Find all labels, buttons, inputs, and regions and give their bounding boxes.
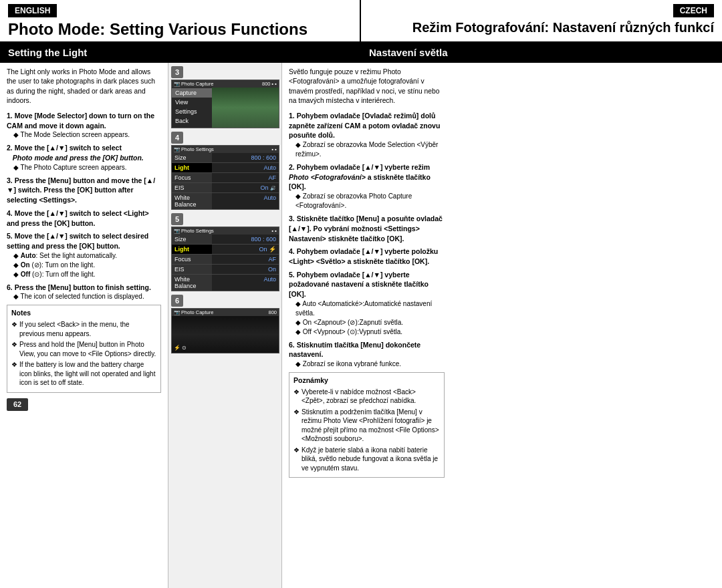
note-2-right: ❖ Stisknutím a podržením tlačítka [Menu]… <box>293 408 440 444</box>
note-1-left: ❖ If you select <Back> in the menu, the … <box>11 320 156 338</box>
step-3-left: 3. Press the [Menu] button and move the … <box>7 176 161 205</box>
camera-screen-6: 6 📷 Photo Capture800 ⚡ ⊙ <box>171 295 279 353</box>
notes-title-right: Poznámky <box>293 376 440 386</box>
note-2-left: ❖ Press and hold the [Menu] button in Ph… <box>11 340 156 358</box>
section-title-left: Setting the Light <box>0 43 361 61</box>
step-6-right: 6. Stisknutím tlačítka [Menu] dokončete … <box>289 340 445 369</box>
step-3-right: 3. Stiskněte tlačítko [Menu] a posuňte o… <box>289 214 445 243</box>
lang-badge-left: ENGLISH <box>8 4 57 17</box>
camera-screen-3: 3 📷 Photo Capture800 ▪ ▪ Capture View Se… <box>171 66 279 128</box>
intro-right: Světlo funguje pouze v režimu Photo <Fot… <box>289 67 445 106</box>
note-3-left: ❖ If the battery is low and the battery … <box>11 360 156 388</box>
notes-box-left: Notes ❖ If you select <Back> in the menu… <box>7 305 161 392</box>
note-1-right: ❖ Vyberete-li v nabídce možnost <Back> <… <box>293 388 440 406</box>
section-title-right: Nastavení světla <box>361 43 722 61</box>
step-4-right: 4. Pohybem ovladače [▲/▼] vyberte položk… <box>289 247 445 266</box>
lang-badge-right: CZECH <box>673 4 714 17</box>
step-4-left: 4. Move the [▲/▼] switch to select <Ligh… <box>7 208 161 228</box>
step-2-left: 2. Move the [▲/▼] switch to select Photo… <box>7 143 161 172</box>
right-text-column: Světlo funguje pouze v režimu Photo <Fot… <box>282 63 451 588</box>
notes-title-left: Notes <box>11 308 156 318</box>
notes-box-right: Poznámky ❖ Vyberete-li v nabídce možnost… <box>289 372 445 478</box>
camera-screen-4: 4 📷 Photo Settings▪ ▪ Size 800 : 600 Lig… <box>171 132 279 210</box>
title-left: Photo Mode: Setting Various Functions <box>8 20 352 39</box>
step-5-right: 5. Pohybem ovladače [▲/▼] vyberte požado… <box>289 270 445 337</box>
step-1-left: 1. Move [Mode Selector] down to turn on … <box>7 111 161 140</box>
step-6-left: 6. Press the [Menu] button to finish set… <box>7 283 161 302</box>
center-images-column: 3 📷 Photo Capture800 ▪ ▪ Capture View Se… <box>168 63 282 588</box>
step-5-left: 5. Move the [▲/▼] switch to select desir… <box>7 231 161 279</box>
step-1-right: 1. Pohybem ovladače [Ovladač režimů] dol… <box>289 111 445 159</box>
left-text-column: The Light only works in Photo Mode and a… <box>0 63 168 588</box>
page-number: 62 <box>7 398 28 412</box>
page: ENGLISH Photo Mode: Setting Various Func… <box>0 0 722 588</box>
intro-left: The Light only works in Photo Mode and a… <box>7 67 161 106</box>
camera-screen-5: 5 📷 Photo Settings▪ ▪ Size 800 : 600 Lig… <box>171 213 279 291</box>
note-3-right: ❖ Když je baterie slabá a ikona nabití b… <box>293 446 440 473</box>
step-2-right: 2. Pohybem ovladače [▲/▼] vyberte režim … <box>289 162 445 210</box>
title-right: Režim Fotografování: Nastavení různých f… <box>369 20 714 35</box>
